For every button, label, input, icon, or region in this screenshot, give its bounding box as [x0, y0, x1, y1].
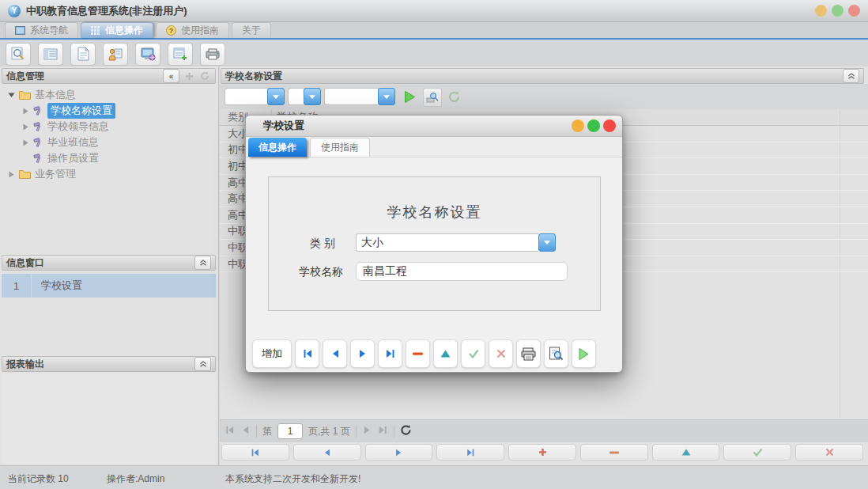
tree-item-graduating-class-info[interactable]: 毕业班信息	[2, 135, 216, 150]
collapse-left-button[interactable]: «	[163, 69, 179, 83]
dialog-execute-button[interactable]	[572, 339, 596, 368]
add-record-button[interactable]: 增加	[252, 339, 292, 368]
filter-tool-button[interactable]	[423, 88, 442, 107]
dialog-tabbar: 信息操作 使用指南	[246, 137, 622, 157]
dialog-minimize-button[interactable]	[572, 119, 584, 132]
combo-field[interactable]	[324, 88, 378, 105]
help-icon: ?	[166, 25, 176, 36]
filter-refresh-button[interactable]	[445, 88, 462, 105]
page-prev-button[interactable]	[240, 425, 251, 438]
play-icon	[578, 347, 590, 361]
grid-refresh-button[interactable]	[400, 424, 412, 438]
toolbar-document-button[interactable]	[70, 43, 96, 66]
record-delete-button[interactable]	[580, 444, 648, 461]
dialog-close-button[interactable]	[603, 119, 616, 132]
info-window-row[interactable]: 1 学校设置	[2, 274, 216, 298]
filter-combo-2[interactable]	[288, 88, 321, 105]
tree-item-operator-setting[interactable]: 操作员设置	[2, 150, 216, 166]
dialog-save-button[interactable]	[461, 339, 485, 368]
titlebar: Y 中职教育信息管理系统(非注册用户)	[0, 0, 868, 22]
toolbar-list-button[interactable]	[38, 43, 63, 66]
caret-down-icon[interactable]	[8, 92, 15, 98]
status-operator: 操作者:Admin	[107, 472, 164, 486]
tree-item-label: 业务管理	[35, 167, 76, 181]
collapse-up-button[interactable]	[194, 256, 211, 270]
combo-arrow-button[interactable]	[538, 233, 556, 252]
school-name-input[interactable]	[356, 262, 568, 281]
panel-title: 信息窗口	[6, 256, 44, 270]
combo-value[interactable]: 大小	[356, 233, 538, 252]
tab-info-ops[interactable]: 信息操作	[81, 22, 153, 38]
tab-about[interactable]: 关于	[232, 22, 271, 38]
tab-user-guide[interactable]: ? 使用指南	[156, 22, 229, 38]
dialog-next-button[interactable]	[350, 339, 375, 368]
run-query-button[interactable]	[401, 88, 418, 105]
tab-system-nav[interactable]: 系统导航	[5, 22, 78, 38]
filter-combo-1[interactable]	[225, 88, 285, 105]
record-save-button[interactable]	[723, 444, 791, 461]
report-output-body	[2, 373, 216, 464]
record-add-button[interactable]	[508, 444, 576, 461]
toolbar-window-add-button[interactable]	[168, 43, 193, 66]
dialog-print-button[interactable]	[516, 339, 541, 368]
dialog-maximize-button[interactable]	[587, 119, 600, 132]
tree-item-school-name-setting[interactable]: 学校名称设置	[2, 103, 216, 119]
dialog-print-preview-button[interactable]	[544, 339, 568, 368]
toolbar-printer-button[interactable]	[200, 43, 225, 66]
record-prev-button[interactable]	[293, 444, 361, 461]
page-next-button[interactable]	[362, 425, 372, 438]
tab-label: 关于	[242, 24, 261, 37]
tree-item-school-leader-info[interactable]: 学校领导信息	[2, 119, 216, 135]
dialog-window-controls	[572, 119, 616, 132]
dialog-first-button[interactable]	[295, 339, 319, 368]
caret-right-icon[interactable]	[22, 123, 29, 131]
record-last-button[interactable]	[436, 444, 504, 461]
tree-item-basic-info[interactable]: 基本信息	[2, 87, 216, 103]
category-combobox[interactable]: 大小	[356, 233, 556, 252]
dialog-tab-user-guide[interactable]: 使用指南	[310, 138, 370, 157]
collapse-up-button[interactable]	[843, 69, 859, 83]
record-cancel-button[interactable]	[795, 444, 863, 461]
tree-item-business-manage[interactable]: 业务管理	[2, 166, 216, 182]
page-first-button[interactable]	[225, 425, 235, 438]
maximize-button[interactable]	[832, 5, 843, 17]
school-name-label: 学校名称	[299, 265, 343, 279]
add-icon[interactable]	[183, 70, 195, 82]
record-next-button[interactable]	[365, 444, 433, 461]
next-icon	[357, 348, 368, 359]
caret-right-icon[interactable]	[8, 171, 15, 178]
refresh-icon[interactable]	[198, 70, 211, 82]
toolbar-search-button[interactable]	[6, 43, 31, 66]
caret-right-icon[interactable]	[22, 108, 29, 115]
tool-icon	[33, 106, 43, 116]
triangle-up-icon	[681, 449, 691, 456]
dialog-last-button[interactable]	[378, 339, 402, 368]
page-last-button[interactable]	[378, 425, 388, 438]
collapse-up-button[interactable]	[194, 357, 211, 371]
toolbar-user-button[interactable]	[103, 43, 128, 66]
record-first-button[interactable]	[221, 444, 289, 461]
dialog-cancel-button[interactable]	[489, 339, 513, 368]
combo-field[interactable]	[288, 88, 304, 105]
collapse-left-icon: «	[169, 72, 174, 81]
close-button[interactable]	[848, 5, 860, 17]
window-add-icon	[173, 47, 187, 61]
dialog-delete-button[interactable]	[406, 339, 430, 368]
folder-icon	[19, 169, 31, 179]
tab-label: 系统导航	[30, 24, 68, 37]
page-number-input[interactable]	[277, 423, 303, 439]
tree-item-label: 基本信息	[35, 88, 76, 102]
dialog-tab-info-ops[interactable]: 信息操作	[248, 138, 307, 157]
filter-combo-3[interactable]	[324, 88, 395, 105]
minimize-button[interactable]	[815, 5, 827, 17]
next-icon	[394, 448, 404, 457]
combo-arrow-button[interactable]	[378, 88, 395, 105]
dialog-prev-button[interactable]	[323, 339, 347, 368]
combo-field[interactable]	[225, 88, 267, 105]
toolbar-monitor-button[interactable]	[135, 43, 160, 66]
record-edit-button[interactable]	[652, 444, 720, 461]
combo-arrow-button[interactable]	[267, 88, 285, 105]
dialog-edit-button[interactable]	[433, 339, 458, 368]
combo-arrow-button[interactable]	[304, 88, 321, 105]
caret-right-icon[interactable]	[22, 139, 29, 146]
